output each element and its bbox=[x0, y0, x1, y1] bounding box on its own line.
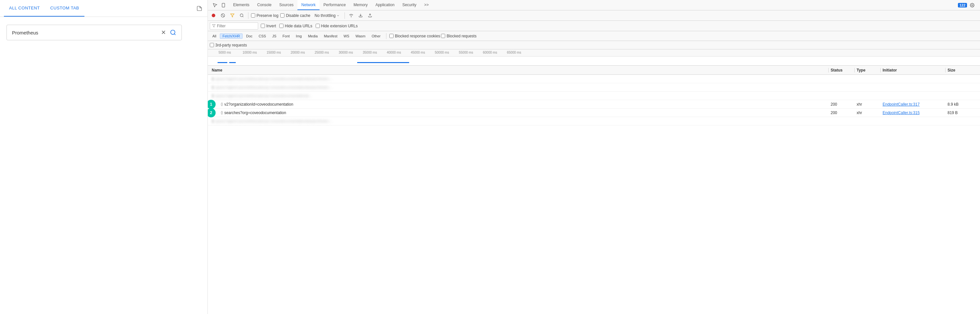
inspect-element-button[interactable] bbox=[211, 2, 219, 9]
table-row[interactable]: {} query?agent=prometheus&org=coveodocum… bbox=[208, 92, 980, 100]
header-initiator: Initiator bbox=[881, 68, 946, 72]
invert-checkbox[interactable] bbox=[261, 24, 265, 28]
disable-cache-label[interactable]: Disable cache bbox=[280, 13, 310, 18]
xhr-icon: {} bbox=[212, 86, 214, 89]
devtools-right-icons: 122 bbox=[955, 2, 979, 9]
blocked-requests-label[interactable]: Blocked requests bbox=[441, 34, 476, 38]
invert-label[interactable]: Invert bbox=[261, 24, 276, 28]
devtools-tab-application[interactable]: Application bbox=[371, 0, 398, 10]
network-table[interactable]: {} query?agent=prometheus&org=coveodocum… bbox=[208, 75, 980, 314]
filter-row-right: Invert Hide data URLs Hide extension URL… bbox=[261, 24, 978, 28]
hide-data-urls-label[interactable]: Hide data URLs bbox=[279, 24, 312, 28]
header-name: Name bbox=[210, 68, 829, 72]
header-status: Status bbox=[829, 68, 855, 72]
svg-line-6 bbox=[222, 14, 224, 17]
cell-name: {} v2?organizationId=coveodocumentation bbox=[210, 102, 829, 107]
cell-status: 200 bbox=[829, 102, 855, 107]
table-row[interactable]: 2 {} searches?org=coveodocumentation 200… bbox=[208, 108, 980, 117]
svg-marker-12 bbox=[212, 24, 215, 27]
blocked-cookies-checkbox[interactable] bbox=[389, 34, 393, 38]
type-btn-font[interactable]: Font bbox=[280, 33, 292, 39]
type-btn-js[interactable]: JS bbox=[269, 33, 279, 39]
table-row[interactable]: {} query?agent=prometheus&org=coveodocum… bbox=[208, 75, 980, 83]
type-btn-fetch-xhr[interactable]: Fetch/XHR bbox=[220, 33, 243, 39]
cell-size: 8.9 kB bbox=[946, 102, 978, 107]
devtools-tab-console[interactable]: Console bbox=[253, 0, 275, 10]
filter-input[interactable] bbox=[217, 24, 256, 28]
type-btn-all[interactable]: All bbox=[210, 33, 219, 39]
toolbar-divider-1 bbox=[248, 12, 248, 19]
hide-data-urls-checkbox[interactable] bbox=[279, 24, 283, 28]
type-btn-other[interactable]: Other bbox=[369, 33, 383, 39]
devtools-filter-row: Invert Hide data URLs Hide extension URL… bbox=[208, 21, 980, 31]
type-btn-wasm[interactable]: Wasm bbox=[353, 33, 368, 39]
clear-button[interactable] bbox=[219, 12, 227, 19]
preserve-log-label[interactable]: Preserve log bbox=[251, 13, 278, 18]
filter-input-wrap bbox=[210, 22, 258, 30]
initiator-link[interactable]: EndpointCaller.ts:317 bbox=[883, 102, 920, 107]
search-box-container: ✕ bbox=[6, 25, 182, 40]
import-button[interactable] bbox=[357, 12, 364, 19]
settings-button[interactable] bbox=[968, 2, 976, 9]
type-btn-img[interactable]: Img bbox=[293, 33, 304, 39]
search-area: ✕ bbox=[0, 17, 207, 48]
blocked-cookies-label[interactable]: Blocked response cookies bbox=[389, 34, 440, 38]
cell-name: {} searches?org=coveodocumentation bbox=[210, 110, 829, 115]
third-party-checkbox[interactable] bbox=[210, 43, 214, 47]
type-btn-media[interactable]: Media bbox=[305, 33, 320, 39]
device-mode-button[interactable] bbox=[220, 2, 227, 9]
timeline-bars bbox=[208, 57, 980, 66]
svg-point-0 bbox=[171, 30, 175, 35]
svg-rect-1 bbox=[222, 3, 225, 7]
export-har-button[interactable] bbox=[366, 12, 374, 19]
preserve-log-checkbox[interactable] bbox=[251, 13, 255, 18]
cell-status: 200 bbox=[829, 110, 855, 115]
search-button[interactable] bbox=[238, 12, 245, 19]
xhr-icon: {} bbox=[221, 111, 223, 115]
search-submit-button[interactable] bbox=[167, 28, 179, 37]
devtools-tab-elements[interactable]: Elements bbox=[229, 0, 253, 10]
blocked-requests-checkbox[interactable] bbox=[441, 34, 445, 38]
devtools-tab-more[interactable]: >> bbox=[420, 0, 433, 10]
timeline-area: 5000 ms 10000 ms 15000 ms 20000 ms 25000… bbox=[208, 49, 980, 66]
hide-extension-urls-checkbox[interactable] bbox=[316, 24, 320, 28]
devtools-tab-sources[interactable]: Sources bbox=[275, 0, 298, 10]
type-btn-doc[interactable]: Doc bbox=[243, 33, 255, 39]
left-panel: ALL CONTENT CUSTOM TAB ✕ bbox=[0, 0, 208, 314]
initiator-link[interactable]: EndpointCaller.ts:315 bbox=[883, 110, 920, 115]
cell-type: xhr bbox=[855, 110, 881, 115]
devtools-tab-security[interactable]: Security bbox=[398, 0, 420, 10]
xhr-icon: {} bbox=[212, 94, 214, 97]
search-input[interactable] bbox=[12, 30, 160, 35]
tick-40000: 40000 ms bbox=[386, 51, 410, 54]
tick-20000: 20000 ms bbox=[290, 51, 314, 54]
filter-button[interactable] bbox=[229, 12, 236, 19]
throttle-select[interactable]: No throttling bbox=[312, 12, 342, 19]
tick-25000: 25000 ms bbox=[314, 51, 338, 54]
tick-15000: 15000 ms bbox=[266, 51, 290, 54]
devtools-tab-memory[interactable]: Memory bbox=[350, 0, 371, 10]
tick-65000: 65000 ms bbox=[506, 51, 530, 54]
tab-custom-tab[interactable]: CUSTOM TAB bbox=[45, 0, 84, 17]
table-row[interactable]: {} query?agent=prometheus&org=coveodocum… bbox=[208, 117, 980, 126]
type-btn-manifest[interactable]: Manifest bbox=[321, 33, 340, 39]
clear-search-button[interactable]: ✕ bbox=[160, 28, 167, 37]
cell-type: xhr bbox=[855, 102, 881, 107]
type-btn-ws[interactable]: WS bbox=[341, 33, 352, 39]
export-button[interactable] bbox=[195, 4, 204, 13]
record-button[interactable] bbox=[210, 12, 217, 19]
devtools-tab-performance[interactable]: Performance bbox=[320, 0, 350, 10]
svg-marker-7 bbox=[231, 14, 234, 17]
tab-all-content[interactable]: ALL CONTENT bbox=[4, 0, 45, 17]
devtools-tab-network[interactable]: Network bbox=[298, 0, 320, 10]
xhr-icon: {} bbox=[212, 119, 214, 123]
cell-name: {} query?agent=prometheus&org=coveodocum… bbox=[210, 85, 829, 90]
tick-10000: 10000 ms bbox=[242, 51, 266, 54]
hide-extension-urls-label[interactable]: Hide extension URLs bbox=[316, 24, 358, 28]
type-btn-css[interactable]: CSS bbox=[256, 33, 269, 39]
table-row[interactable]: 1 {} v2?organizationId=coveodocumentatio… bbox=[208, 100, 980, 108]
disable-cache-checkbox[interactable] bbox=[280, 13, 285, 18]
third-party-label[interactable]: 3rd-party requests bbox=[210, 43, 247, 48]
table-row[interactable]: {} query?agent=prometheus&org=coveodocum… bbox=[208, 83, 980, 92]
network-conditions-button[interactable] bbox=[347, 12, 355, 19]
